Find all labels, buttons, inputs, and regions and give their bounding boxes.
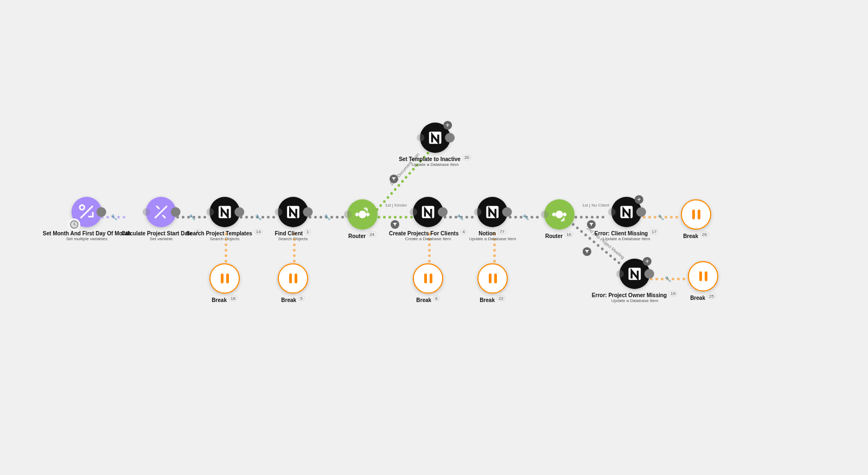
node-title: Break	[683, 233, 698, 239]
node-badge: 24	[367, 232, 376, 238]
node-badge: 77	[497, 229, 507, 235]
notion-icon: +	[620, 259, 650, 289]
node-subtitle: Update a Database Item	[412, 162, 459, 167]
node-title: Notion	[478, 230, 496, 236]
node-badge: 6	[433, 296, 439, 301]
pause-icon	[413, 264, 443, 294]
node-badge: 4	[460, 229, 467, 235]
node-title: Calculate Project Start Date	[122, 230, 193, 236]
workflow-canvas[interactable]: 🔧 🔧 🔧 🔧 2nd | Document Scan 1st | Kinder…	[0, 0, 868, 475]
node-badge: 20	[462, 155, 471, 161]
node-find-client[interactable]: Find Client1 Search Objects	[275, 197, 311, 241]
node-badge: 18	[228, 296, 238, 301]
connector: 🔧	[309, 215, 346, 219]
node-create-projects[interactable]: Create Projects For Clients4 Create a Da…	[389, 197, 467, 241]
node-subtitle: Update a Database Item	[611, 298, 659, 303]
node-badge: 22	[496, 296, 506, 301]
node-break-3[interactable]: Break6	[413, 264, 443, 303]
plus-icon[interactable]: +	[635, 195, 643, 204]
notion-icon	[477, 197, 508, 227]
node-set-month[interactable]: Set Month And First Day Of Month Set mul…	[43, 197, 131, 241]
node-title: Set Template to Inactive	[399, 156, 461, 162]
notion-icon	[413, 197, 443, 227]
plus-icon[interactable]: +	[643, 257, 652, 266]
tools-icon	[72, 197, 102, 227]
tools-icon	[146, 197, 176, 227]
notion-icon	[278, 197, 308, 227]
node-title: Error: Project Owner Missing	[592, 292, 667, 298]
pause-icon	[477, 264, 508, 294]
node-subtitle: Update a Database Item	[469, 236, 516, 241]
node-break-5[interactable]: Break26	[681, 200, 711, 239]
router-icon	[544, 200, 575, 230]
node-title: Break	[212, 297, 227, 303]
node-title: Router	[545, 233, 563, 239]
node-subtitle: Set multiple variables	[66, 236, 107, 241]
node-badge: 1	[304, 229, 311, 235]
pause-icon	[688, 261, 718, 292]
pause-icon	[209, 264, 240, 294]
node-break-4[interactable]: Break22	[477, 264, 508, 303]
node-title: Router	[348, 233, 366, 239]
notion-icon: +	[420, 123, 450, 153]
notion-icon	[209, 197, 240, 227]
pause-icon	[278, 264, 308, 294]
node-subtitle: Search Objects	[278, 236, 308, 241]
node-badge: 16	[564, 232, 573, 238]
node-title: Set Month And First Day Of Month	[43, 230, 131, 236]
plus-icon[interactable]: +	[443, 121, 452, 130]
node-router-1[interactable]: Router24	[347, 200, 378, 239]
node-badge: 19	[668, 291, 678, 297]
node-badge: 26	[700, 232, 709, 238]
node-error-client-missing[interactable]: + Error: Client Missing17 Update a Datab…	[595, 197, 659, 241]
node-search-templates[interactable]: Search Project Templates14 Search Object…	[186, 197, 263, 241]
node-title: Create Projects For Clients	[389, 230, 458, 236]
node-subtitle: Create a Database Item	[405, 236, 451, 241]
node-notion-update[interactable]: Notion77 Update a Database Item	[469, 197, 516, 241]
node-subtitle: Update a Database Item	[603, 236, 650, 241]
node-badge: 17	[649, 229, 659, 235]
notion-icon: +	[611, 197, 642, 227]
router-icon	[347, 200, 378, 230]
node-title: Break	[480, 297, 495, 303]
node-error-owner-missing[interactable]: + Error: Project Owner Missing19 Update …	[592, 259, 678, 303]
node-subtitle: Set variable	[150, 236, 173, 241]
node-break-6[interactable]: Break25	[688, 261, 718, 301]
filter-icon[interactable]	[583, 247, 591, 256]
pause-icon	[681, 200, 711, 230]
node-title: Error: Client Missing	[595, 230, 648, 236]
svg-point-8	[556, 211, 562, 217]
node-badge: 14	[254, 229, 263, 235]
node-subtitle: Search Objects	[210, 236, 240, 241]
node-badge: 25	[707, 293, 716, 299]
node-break-1[interactable]: Break18	[209, 264, 240, 303]
node-title: Find Client	[275, 230, 303, 236]
svg-point-4	[359, 211, 365, 217]
node-title: Break	[690, 295, 705, 301]
node-title: Break	[281, 297, 296, 303]
node-title: Search Project Templates	[186, 230, 252, 236]
node-router-2[interactable]: Router16	[544, 200, 575, 239]
node-title: Break	[416, 297, 431, 303]
node-set-template-inactive[interactable]: + Set Template to Inactive20 Update a Da…	[399, 123, 471, 167]
node-break-2[interactable]: Break5	[278, 264, 308, 303]
node-badge: 5	[298, 296, 304, 301]
svg-point-0	[80, 205, 85, 210]
